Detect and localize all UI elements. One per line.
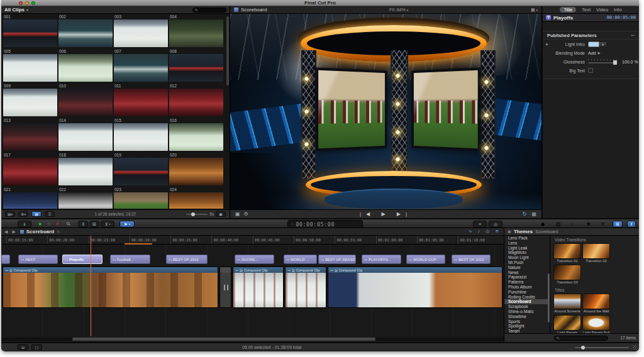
theme-list-item[interactable]: Light Leak — [504, 246, 550, 251]
theme-list-item[interactable]: Scrapbook — [504, 304, 550, 309]
viewer-options-icon[interactable]: ▦ — [531, 212, 536, 217]
clip-filmstrip[interactable] — [220, 273, 231, 308]
theme-list-item[interactable]: Punchline — [504, 290, 550, 295]
clip-thumbnail[interactable] — [114, 54, 168, 82]
browser-clip[interactable]: 010 — [58, 84, 113, 116]
browser-clip[interactable]: 003 — [114, 14, 168, 47]
viewer-canvas[interactable] — [230, 14, 541, 209]
timeline-back-icon[interactable]: ◀ — [4, 229, 9, 234]
browser-clip[interactable]: 009 — [3, 84, 57, 116]
inspector-tab[interactable]: Text — [582, 7, 591, 13]
timeline-title-clip[interactable]: ⊶ BEST OF 2012 — [166, 255, 208, 264]
disclosure-icon[interactable]: ▶ — [543, 42, 552, 46]
timeline-title-clip[interactable]: ⊶ Football... — [110, 255, 150, 264]
favorite-star-icon[interactable]: ★ — [38, 221, 42, 227]
browser-clip[interactable]: 016 — [169, 118, 223, 151]
loop-playback-icon[interactable]: ↻ — [523, 212, 527, 217]
transition-item[interactable]: Transition 03 — [553, 265, 581, 285]
timeline-index-button[interactable]: ≡ — [473, 221, 487, 228]
theme-list-item[interactable]: News — [504, 270, 550, 275]
clip-thumbnail[interactable] — [58, 54, 113, 82]
blending-mode-popup[interactable]: Add — [588, 51, 596, 55]
timeline-title-clip[interactable]: ⊶ — [1, 255, 10, 264]
browser-clip[interactable]: 005 — [3, 49, 57, 82]
color-popup-button[interactable]: ▾ — [599, 41, 607, 47]
inspector-tab[interactable]: Info — [614, 7, 622, 13]
clip-thumbnail[interactable] — [169, 19, 223, 47]
clip-thumbnail[interactable] — [3, 123, 57, 151]
timeline-title-clip[interactable]: ⊶ BEST OF 2012 — [452, 255, 491, 264]
clip-thumbnail[interactable] — [114, 123, 168, 151]
timeline-clip[interactable]: ⊶ ▤ Compound Clip — [3, 266, 218, 308]
title-item[interactable]: Around Screens — [553, 294, 581, 314]
timeline-lanes[interactable]: ⊶ ⊶ NEXT ⊶ Playoffs ⊶ Football... — [1, 244, 504, 336]
clip-thumbnail[interactable] — [58, 89, 113, 116]
transition-thumbnail[interactable] — [553, 265, 581, 280]
glossiness-slider[interactable] — [588, 59, 617, 64]
transition-item[interactable]: Transition 01 — [553, 243, 581, 263]
skimming-toggle-icon[interactable]: ∿ — [469, 229, 472, 234]
insert-edit-button[interactable]: ⊞ — [89, 221, 99, 228]
resize-grip-icon[interactable] — [633, 345, 637, 349]
viewer-display-popup[interactable]: ▦ ▾ — [531, 8, 538, 13]
clip-thumbnail[interactable] — [58, 123, 113, 151]
chevron-down-icon[interactable]: ▾ — [26, 8, 28, 12]
browser-clip[interactable]: 021 — [3, 187, 57, 209]
clip-filter-popup[interactable]: All Clips — [4, 7, 25, 13]
theme-list-item[interactable]: Spotlight — [504, 324, 550, 329]
theme-list-item[interactable]: Sports — [504, 319, 550, 324]
clip-filmstrip[interactable] — [233, 273, 283, 308]
import-media-button[interactable]: ⇓ — [18, 221, 31, 228]
search-input[interactable] — [197, 8, 223, 12]
clip-thumbnail[interactable] — [3, 89, 57, 116]
theme-list-item[interactable]: Paparazzi — [504, 275, 550, 280]
keyword-tool-icon[interactable]: ⚲ — [65, 221, 72, 228]
timeline-title-clip[interactable]: ⊶ BEST OF SEASON — [318, 255, 356, 264]
close-panel-icon[interactable]: ⊗ — [508, 229, 511, 234]
browser-clip[interactable]: 012 — [169, 84, 223, 116]
snapping-toggle-icon[interactable]: ≋ — [495, 229, 499, 234]
dashboard[interactable]: ◔ 00:00:05:00 — [287, 220, 363, 228]
reset-parameters-icon[interactable]: ↩ — [631, 33, 635, 38]
clip-thumbnail[interactable] — [58, 19, 113, 47]
clip-thumbnail[interactable] — [169, 158, 223, 185]
timeline-clip[interactable]: ⊶ ▤ Compound Clip — [328, 266, 502, 308]
clip-thumbnail[interactable] — [114, 19, 168, 47]
browser-clip[interactable]: 007 — [114, 49, 168, 82]
select-tool-button[interactable]: ➤▾ — [119, 221, 135, 228]
timeline-clip[interactable]: ⊶ ▤ — [219, 266, 231, 308]
timeline-forward-icon[interactable]: ▶ — [12, 229, 17, 234]
inspector-toggle-button[interactable]: i — [627, 221, 636, 228]
clip-thumbnail[interactable] — [3, 158, 57, 185]
timeline-scrollbar[interactable] — [1, 338, 504, 341]
transition-thumbnail[interactable] — [553, 243, 581, 259]
timeline-clip[interactable]: ⊶ ▤ Compound Clip — [285, 266, 326, 308]
browser-clip[interactable]: 018 — [58, 153, 113, 185]
browser-clip[interactable]: 015 — [114, 118, 168, 151]
browser-clip[interactable]: 017 — [3, 153, 57, 185]
search-field[interactable]: ⚲ — [192, 8, 226, 13]
title-thumbnail[interactable] — [582, 315, 610, 331]
theme-list-item[interactable]: Showtime — [504, 314, 550, 319]
theme-list-scrollbar[interactable] — [548, 273, 550, 322]
theme-list-item[interactable]: Nature — [504, 265, 550, 270]
timeline-clip[interactable]: ⊶ ▤ Compound Clip — [233, 266, 284, 308]
thumbnail-duration-slider[interactable] — [186, 214, 208, 215]
enhancements-button[interactable]: ◎ — [489, 221, 502, 228]
clip-thumbnail[interactable] — [169, 89, 223, 116]
themes-browser-button[interactable]: ⊞ — [613, 221, 623, 228]
titles-browser-icon[interactable]: T — [601, 221, 604, 227]
timeline-title-clip[interactable]: ⊶ NEXT — [18, 255, 58, 264]
browser-clip[interactable]: 024 — [169, 187, 223, 209]
timeline-ruler[interactable]: 00:00:15:0000:00:20:0000:00:25:0000:00:3… — [1, 236, 504, 244]
clip-thumbnail[interactable] — [3, 54, 57, 82]
title-thumbnail[interactable] — [553, 315, 581, 331]
unrate-star-icon[interactable]: ☆ — [47, 221, 51, 227]
browser-clip[interactable]: 014 — [58, 118, 113, 151]
viewer-zoom-popup[interactable]: Fit: 64% ▾ — [389, 8, 408, 12]
color-well[interactable] — [588, 41, 599, 47]
clip-thumbnail[interactable] — [114, 89, 168, 116]
audio-skimming-toggle-icon[interactable]: ♪ — [478, 229, 480, 234]
reject-icon[interactable]: ✕ — [55, 221, 60, 227]
timeline-title-clip[interactable]: ⊶ PLAYOFFS — [362, 255, 401, 264]
